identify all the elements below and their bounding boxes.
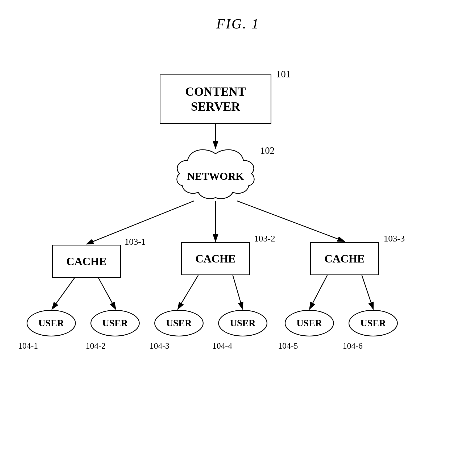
- user-ellipse-2: USER: [90, 310, 140, 336]
- diagram: FIG. 1 101 CONTENTSERVER 102 NETWORK CAC…: [0, 0, 476, 450]
- user-2-label: USER: [102, 318, 128, 329]
- label-104-3: 104-3: [150, 341, 169, 351]
- user-ellipse-1: USER: [27, 310, 76, 336]
- svg-line-7: [178, 275, 198, 309]
- svg-line-9: [309, 275, 327, 309]
- user-ellipse-5: USER: [285, 310, 334, 336]
- label-102: 102: [260, 145, 275, 156]
- user-ellipse-4: USER: [218, 310, 267, 336]
- cache-box-1: CACHE: [52, 245, 121, 278]
- user-ellipse-6: USER: [349, 310, 398, 336]
- cache-3-label: CACHE: [324, 252, 365, 265]
- user-6-label: USER: [360, 318, 386, 329]
- label-101: 101: [276, 69, 291, 80]
- figure-title: FIG. 1: [0, 16, 476, 32]
- cache-1-label: CACHE: [66, 255, 107, 268]
- svg-line-5: [52, 278, 74, 309]
- user-4-label: USER: [230, 318, 255, 329]
- user-1-label: USER: [38, 318, 64, 329]
- cache-2-label: CACHE: [195, 252, 236, 265]
- svg-line-4: [237, 201, 345, 241]
- label-104-5: 104-5: [278, 341, 298, 351]
- svg-line-8: [233, 275, 243, 309]
- label-103-2: 103-2: [254, 234, 275, 244]
- label-104-4: 104-4: [212, 341, 232, 351]
- label-104-1: 104-1: [18, 341, 38, 351]
- cache-box-2: CACHE: [181, 242, 250, 275]
- svg-line-6: [98, 278, 116, 309]
- label-104-6: 104-6: [343, 341, 363, 351]
- label-104-2: 104-2: [86, 341, 106, 351]
- svg-line-10: [362, 275, 373, 309]
- network-cloud: NETWORK: [172, 146, 259, 203]
- user-5-label: USER: [296, 318, 322, 329]
- content-server-label: CONTENTSERVER: [185, 84, 246, 114]
- user-ellipse-3: USER: [154, 310, 204, 336]
- connection-lines: [0, 0, 476, 450]
- svg-text:NETWORK: NETWORK: [187, 170, 244, 182]
- user-3-label: USER: [166, 318, 192, 329]
- label-103-1: 103-1: [125, 237, 146, 247]
- label-103-3: 103-3: [384, 234, 405, 244]
- cache-box-3: CACHE: [310, 242, 379, 275]
- content-server-box: CONTENTSERVER: [160, 74, 271, 124]
